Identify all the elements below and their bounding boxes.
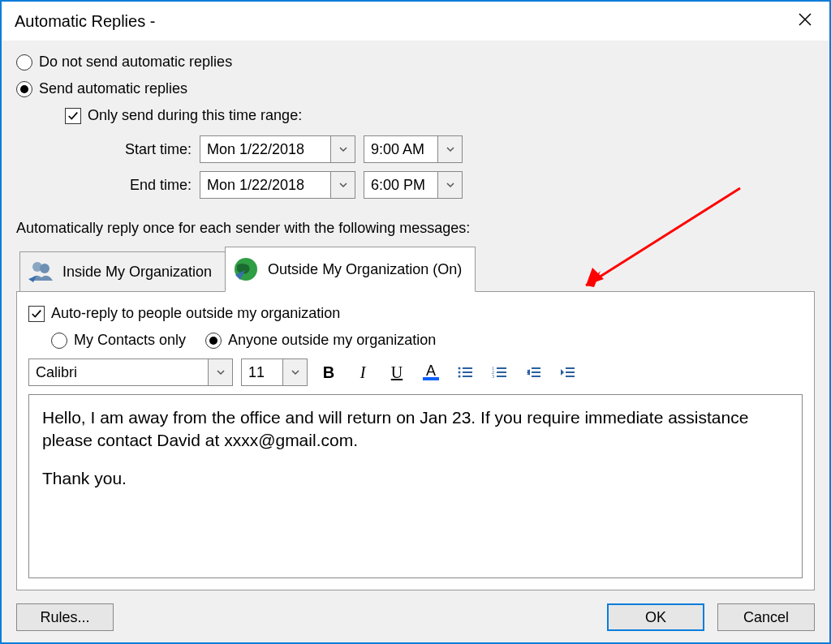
chevron-down-icon [330, 136, 355, 162]
window-title: Automatic Replies - [15, 12, 155, 31]
font-family-value: Calibri [29, 359, 208, 385]
chevron-down-icon [282, 359, 307, 385]
tab-outside-organization[interactable]: Outside My Organization (On) [225, 247, 476, 292]
automatic-replies-dialog: Automatic Replies - Do not send automati… [0, 0, 831, 644]
outside-tabpanel: Auto-reply to people outside my organiza… [16, 291, 815, 590]
svg-rect-12 [497, 371, 506, 373]
font-family-combo[interactable]: Calibri [28, 358, 233, 386]
svg-point-5 [459, 371, 461, 374]
tab-outside-label: Outside My Organization (On) [268, 261, 462, 278]
close-button[interactable] [787, 5, 823, 34]
indent-button[interactable] [554, 359, 580, 385]
radio-icon [16, 81, 32, 97]
tab-inside-organization[interactable]: Inside My Organization [19, 251, 226, 292]
font-size-combo[interactable]: 11 [241, 358, 308, 386]
chevron-down-icon [437, 172, 462, 198]
auto-reply-outside-checkbox[interactable]: Auto-reply to people outside my organiza… [28, 305, 803, 322]
bullet-list-icon [456, 363, 474, 381]
spacer [127, 603, 594, 631]
close-icon [799, 13, 812, 26]
titlebar: Automatic Replies - [2, 2, 829, 41]
time-range-grid: Start time: Mon 1/22/2018 9:00 AM End ti… [102, 135, 815, 207]
rules-button[interactable]: Rules... [16, 603, 114, 631]
svg-rect-19 [566, 371, 575, 373]
only-range-label: Only send during this time range: [88, 107, 302, 124]
format-toolbar: Calibri 11 B I U A [28, 358, 803, 386]
svg-rect-10 [497, 367, 506, 369]
start-date-value: Mon 1/22/2018 [200, 136, 330, 162]
start-time-label: Start time: [102, 141, 200, 158]
my-contacts-only-label: My Contacts only [74, 332, 186, 349]
radio-icon [205, 333, 222, 349]
svg-text:3: 3 [492, 374, 494, 379]
italic-button[interactable]: I [350, 359, 376, 385]
auto-reply-outside-label: Auto-reply to people outside my organiza… [51, 305, 340, 322]
chevron-down-icon [208, 359, 232, 385]
font-size-value: 11 [242, 359, 282, 385]
chevron-down-icon [437, 136, 462, 162]
svg-rect-17 [532, 376, 540, 377]
cancel-button[interactable]: Cancel [717, 603, 815, 631]
tab-inside-label: Inside My Organization [62, 264, 212, 281]
send-option[interactable]: Send automatic replies [16, 80, 815, 97]
button-bar: Rules... OK Cancel [2, 595, 829, 642]
underline-button[interactable]: U [384, 359, 410, 385]
svg-rect-14 [497, 376, 506, 377]
end-date-value: Mon 1/22/2018 [200, 172, 330, 198]
svg-rect-18 [566, 367, 575, 369]
my-contacts-only-option[interactable]: My Contacts only [51, 332, 186, 349]
anyone-outside-option[interactable]: Anyone outside my organization [205, 332, 436, 349]
end-time-row: End time: Mon 1/22/2018 6:00 PM [102, 171, 815, 199]
svg-rect-20 [566, 376, 575, 377]
outdent-button[interactable] [520, 359, 546, 385]
bullet-list-button[interactable] [452, 359, 478, 385]
svg-point-7 [459, 376, 461, 378]
message-editor[interactable]: Hello, I am away from the office and wil… [28, 394, 803, 578]
outdent-icon [524, 363, 542, 381]
checkbox-icon [28, 306, 45, 322]
message-body: Hello, I am away from the office and wil… [42, 406, 789, 453]
font-color-bar [423, 377, 439, 380]
end-date-combo[interactable]: Mon 1/22/2018 [200, 171, 355, 199]
svg-point-1 [40, 264, 50, 273]
tabstrip: Inside My Organization Outside My Organi… [16, 245, 815, 292]
section-label: Automatically reply once for each sender… [16, 220, 815, 237]
only-range-checkbox[interactable]: Only send during this time range: [65, 107, 815, 124]
svg-rect-8 [463, 376, 472, 377]
svg-rect-16 [532, 371, 540, 373]
start-time-row: Start time: Mon 1/22/2018 9:00 AM [102, 135, 815, 163]
do-not-send-option[interactable]: Do not send automatic replies [16, 54, 815, 71]
anyone-outside-label: Anyone outside my organization [228, 332, 436, 349]
end-time-value: 6:00 PM [364, 172, 437, 198]
svg-rect-15 [532, 367, 540, 369]
tabs: Inside My Organization Outside My Organi… [16, 245, 815, 590]
globe-icon [232, 255, 260, 283]
outside-scope-group: My Contacts only Anyone outside my organ… [51, 332, 803, 349]
chevron-down-icon [330, 172, 355, 198]
font-color-A: A [426, 364, 436, 377]
checkbox-icon [65, 108, 81, 124]
start-time-combo[interactable]: 9:00 AM [364, 135, 463, 163]
message-signoff: Thank you. [42, 467, 789, 490]
font-color-button[interactable]: A [418, 359, 444, 385]
svg-rect-6 [463, 371, 472, 373]
radio-icon [51, 333, 67, 349]
svg-rect-4 [463, 367, 472, 369]
svg-point-3 [459, 367, 461, 370]
dialog-content: Do not send automatic replies Send autom… [2, 41, 829, 595]
numbered-list-icon: 1 2 3 [490, 363, 508, 381]
send-label: Send automatic replies [39, 80, 187, 97]
people-icon [27, 258, 54, 286]
numbered-list-button[interactable]: 1 2 3 [486, 359, 512, 385]
start-time-value: 9:00 AM [364, 136, 437, 162]
end-time-label: End time: [102, 177, 200, 194]
radio-icon [16, 54, 32, 71]
start-date-combo[interactable]: Mon 1/22/2018 [200, 135, 355, 163]
do-not-send-label: Do not send automatic replies [39, 54, 232, 71]
bold-button[interactable]: B [316, 359, 342, 385]
end-time-combo[interactable]: 6:00 PM [364, 171, 463, 199]
ok-button[interactable]: OK [607, 603, 704, 631]
indent-icon [558, 363, 576, 381]
